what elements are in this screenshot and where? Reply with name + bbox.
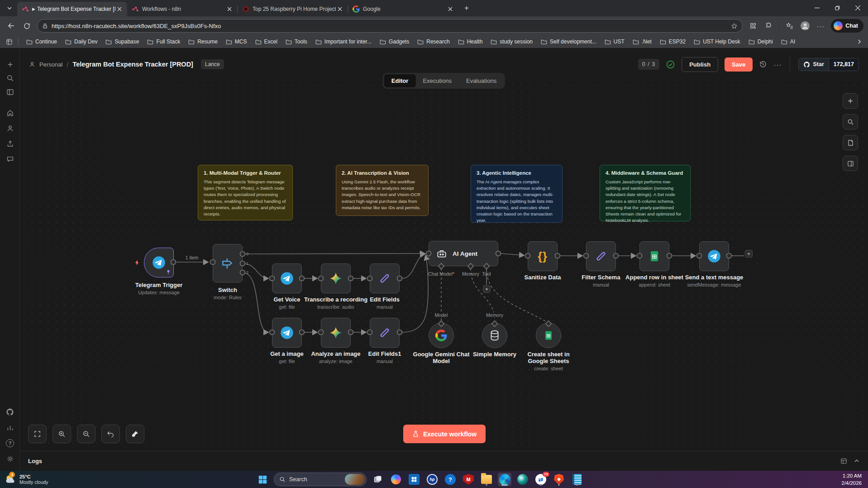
file-explorer-icon[interactable] [480,473,493,486]
history-icon[interactable] [759,60,767,68]
hp-app-icon[interactable]: hp [425,473,439,486]
edge-icon[interactable] [498,473,511,486]
taskbar-clock[interactable]: 1:20 AM 2/4/2026 [841,472,862,487]
bookmark-folder[interactable]: Research [413,37,453,46]
close-button[interactable] [848,0,868,15]
bookmark-star-icon[interactable] [731,23,738,29]
copilot-taskbar-icon[interactable] [389,473,403,486]
user-icon[interactable] [5,124,14,133]
start-button[interactable] [256,473,269,486]
bookmark-folder[interactable]: Full Stack [143,37,184,46]
home-icon[interactable] [5,108,14,117]
execute-workflow-button[interactable]: Execute workflow [403,425,486,443]
apps-launcher-icon[interactable] [4,37,14,47]
node-edit-fields1[interactable] [370,318,400,348]
node-analyze-an-image[interactable] [321,318,351,348]
tab-executions[interactable]: Executions [415,74,459,87]
taskbar-search[interactable]: Search [274,473,367,486]
bookmark-folder[interactable]: study session [486,37,537,46]
vertical-tabs-button[interactable] [4,3,15,14]
bookmark-folder[interactable]: Daily Dev [61,37,101,46]
minimize-button[interactable] [807,0,827,15]
node-switch[interactable] [213,244,243,282]
workflow-canvas[interactable]: 1. Multi-Modal Trigger & RouterThis segm… [20,81,868,451]
bookmark-folder[interactable]: ESP32 [656,37,690,46]
tab-google[interactable]: Google [348,2,458,16]
sticky-note-2[interactable]: 2. AI Transcription & VisionUsing Gemini… [336,165,429,216]
bookmark-folder[interactable]: Resume [184,37,222,46]
tab-telegram-bot-expense-tracker[interactable]: ▶ Telegram Bot Expense Tracker [P [17,2,127,16]
settings-gear-icon[interactable] [5,454,14,463]
workflow-tag[interactable]: Lance [201,59,224,69]
bookmark-folder[interactable]: Delphi [744,37,777,46]
bookmark-folder[interactable]: MCS [222,37,251,46]
bookmark-folder[interactable]: Gadgets [376,37,413,46]
publish-button[interactable]: Publish [682,57,718,72]
send-to-device-icon[interactable] [746,19,760,33]
zoom-to-fit-button[interactable] [28,425,47,443]
mcafee-icon[interactable]: M [462,473,475,486]
share-icon[interactable] [5,139,14,148]
node-sanitize-data[interactable]: {} [528,241,558,271]
tab-evaluations[interactable]: Evaluations [459,74,504,87]
github-icon[interactable] [5,407,14,416]
add-workflow-icon[interactable] [5,60,14,69]
back-button[interactable] [5,19,18,33]
bookmark-folder[interactable]: Supabase [101,37,143,46]
github-star-widget[interactable]: Star 172,817 [798,58,859,71]
node-google-gemini-chat-model[interactable] [429,323,454,348]
brave-icon[interactable] [552,473,566,486]
sticky-note-3[interactable]: 3. Agentic IntelligenceThe AI Agent mana… [471,165,563,223]
refresh-button[interactable] [20,19,33,33]
zoom-in-button[interactable] [52,425,71,443]
zoom-out-button[interactable] [77,425,95,443]
bookmarks-overflow-icon[interactable] [854,39,864,44]
node-telegram-trigger[interactable] [144,248,174,277]
node-edit-fields[interactable] [370,263,400,293]
add-node-button[interactable]: + [745,250,753,258]
node-transcribe-recording[interactable] [321,263,351,293]
browser-menu-icon[interactable]: ··· [814,19,827,33]
workflow-menu-icon[interactable]: ··· [773,61,782,68]
workflow-title[interactable]: Telegram Bot Expense Tracker [PROD] [72,61,193,68]
chat-icon[interactable] [5,154,14,163]
microsoft-store-icon[interactable] [407,473,421,486]
restore-button[interactable] [827,0,848,15]
address-bar[interactable]: https://host.n8n-racutech.site/workflow/… [37,19,743,33]
tidy-up-button[interactable] [126,425,144,443]
teamviewer-icon[interactable]: ⇄72 [534,473,548,486]
node-send-text-message[interactable] [699,241,729,271]
notes-panel-button[interactable] [843,135,858,150]
notes-app-icon[interactable] [570,473,584,486]
bookmark-folder[interactable]: .Net [629,37,656,46]
node-create-sheet-google-sheets[interactable] [536,323,561,348]
open-logs-panel-icon[interactable] [840,458,847,464]
insights-icon[interactable] [5,423,14,432]
add-node-panel-button[interactable] [843,93,858,109]
add-tool-button[interactable]: + [483,285,491,293]
chevron-up-icon[interactable] [854,458,860,464]
node-ai-agent[interactable]: AI Agent [429,241,498,266]
node-simple-memory[interactable] [482,323,507,348]
task-view-button[interactable] [371,473,385,486]
layout-panel-button[interactable] [843,156,858,171]
tab-workflows-n8n[interactable]: Workflows - n8n [127,2,237,16]
logs-panel[interactable]: Logs [20,451,868,471]
breadcrumb-project[interactable]: Personal [39,61,62,68]
node-get-voice[interactable] [272,263,302,293]
search-icon[interactable] [5,73,14,82]
sticky-note-4[interactable]: 4. Middleware & Schema GuardCustom JavaS… [600,165,691,221]
sticky-note-1[interactable]: 1. Multi-Modal Trigger & RouterThis segm… [198,165,293,220]
node-filter-schema[interactable] [586,241,616,271]
tab-editor[interactable]: Editor [384,74,416,87]
weather-widget[interactable]: 3 25°C Mostly cloudy [5,474,48,485]
profile-avatar[interactable] [798,19,812,33]
node-get-a-image[interactable] [272,318,302,348]
wave-app-icon[interactable] [516,473,529,486]
bookmark-folder[interactable]: Excel [251,37,281,46]
extensions-icon[interactable] [762,19,775,33]
bookmark-folder[interactable]: Self development... [537,37,601,46]
bookmark-folder[interactable]: Important for inter... [311,37,376,46]
bookmark-folder[interactable]: Tools [281,37,311,46]
tab-close-icon[interactable] [336,5,344,13]
